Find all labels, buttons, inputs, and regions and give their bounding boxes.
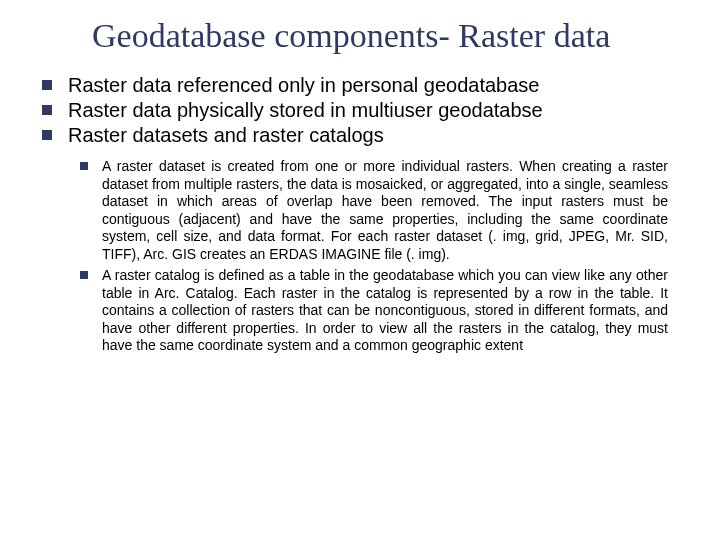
- list-item: Raster data physically stored in multius…: [42, 98, 688, 123]
- square-bullet-icon: [42, 80, 52, 90]
- list-item: Raster datasets and raster catalogs: [42, 123, 688, 148]
- slide-title: Geodatabase components- Raster data: [92, 16, 688, 55]
- slide-container: Geodatabase components- Raster data Rast…: [0, 0, 720, 379]
- list-item: A raster dataset is created from one or …: [80, 158, 668, 263]
- sub-bullet-list: A raster dataset is created from one or …: [32, 158, 688, 355]
- square-bullet-icon: [80, 162, 88, 170]
- square-bullet-icon: [80, 271, 88, 279]
- list-item: A raster catalog is defined as a table i…: [80, 267, 668, 355]
- list-item: Raster data referenced only in personal …: [42, 73, 688, 98]
- bullet-text: Raster datasets and raster catalogs: [68, 124, 384, 146]
- bullet-text: Raster data referenced only in personal …: [68, 74, 539, 96]
- subbullet-text: A raster catalog is defined as a table i…: [102, 267, 668, 353]
- square-bullet-icon: [42, 105, 52, 115]
- square-bullet-icon: [42, 130, 52, 140]
- main-bullet-list: Raster data referenced only in personal …: [32, 73, 688, 148]
- subbullet-text: A raster dataset is created from one or …: [102, 158, 668, 262]
- bullet-text: Raster data physically stored in multius…: [68, 99, 543, 121]
